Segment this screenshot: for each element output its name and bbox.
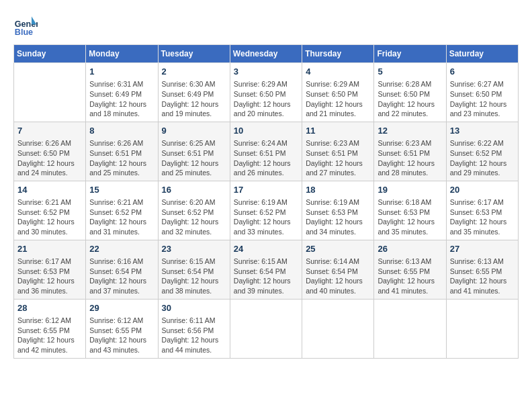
day-number: 3 (234, 66, 298, 78)
day-info: Sunrise: 6:21 AM Sunset: 6:52 PM Dayligh… (89, 197, 154, 237)
day-info: Sunrise: 6:19 AM Sunset: 6:53 PM Dayligh… (306, 197, 370, 237)
calendar-cell (374, 299, 446, 358)
week-row-2: 7Sunrise: 6:26 AM Sunset: 6:50 PM Daylig… (14, 122, 519, 181)
day-number: 26 (378, 243, 442, 255)
day-number: 21 (17, 243, 82, 255)
day-number: 20 (450, 184, 515, 196)
day-info: Sunrise: 6:15 AM Sunset: 6:54 PM Dayligh… (162, 257, 226, 296)
day-info: Sunrise: 6:12 AM Sunset: 6:55 PM Dayligh… (17, 316, 82, 355)
calendar-cell: 7Sunrise: 6:26 AM Sunset: 6:50 PM Daylig… (14, 122, 86, 181)
calendar-cell: 24Sunrise: 6:15 AM Sunset: 6:54 PM Dayli… (230, 240, 302, 299)
calendar-cell: 1Sunrise: 6:31 AM Sunset: 6:49 PM Daylig… (86, 63, 158, 122)
header-tuesday: Tuesday (158, 45, 230, 63)
day-number: 23 (162, 243, 226, 255)
calendar-cell: 25Sunrise: 6:14 AM Sunset: 6:54 PM Dayli… (302, 240, 374, 299)
calendar-cell: 29Sunrise: 6:12 AM Sunset: 6:55 PM Dayli… (86, 299, 158, 358)
day-number: 19 (378, 184, 442, 196)
day-info: Sunrise: 6:23 AM Sunset: 6:51 PM Dayligh… (378, 138, 442, 178)
day-info: Sunrise: 6:14 AM Sunset: 6:54 PM Dayligh… (306, 257, 370, 296)
calendar-cell: 21Sunrise: 6:17 AM Sunset: 6:53 PM Dayli… (14, 240, 86, 299)
calendar-cell: 3Sunrise: 6:29 AM Sunset: 6:50 PM Daylig… (230, 63, 302, 122)
day-info: Sunrise: 6:13 AM Sunset: 6:55 PM Dayligh… (378, 257, 442, 296)
calendar-cell (230, 299, 302, 358)
header-thursday: Thursday (302, 45, 374, 63)
header-wednesday: Wednesday (230, 45, 302, 63)
day-number: 2 (162, 66, 226, 78)
day-info: Sunrise: 6:20 AM Sunset: 6:52 PM Dayligh… (162, 197, 226, 237)
day-info: Sunrise: 6:21 AM Sunset: 6:52 PM Dayligh… (17, 197, 82, 237)
day-info: Sunrise: 6:28 AM Sunset: 6:50 PM Dayligh… (378, 79, 442, 119)
week-row-4: 21Sunrise: 6:17 AM Sunset: 6:53 PM Dayli… (14, 240, 519, 299)
day-info: Sunrise: 6:17 AM Sunset: 6:53 PM Dayligh… (450, 197, 515, 237)
day-number: 1 (89, 66, 154, 78)
header-monday: Monday (86, 45, 158, 63)
calendar-cell: 9Sunrise: 6:25 AM Sunset: 6:51 PM Daylig… (158, 122, 230, 181)
day-number: 30 (162, 302, 226, 314)
calendar-cell (14, 63, 86, 122)
header-sunday: Sunday (14, 45, 86, 63)
day-number: 9 (162, 125, 226, 137)
day-info: Sunrise: 6:19 AM Sunset: 6:52 PM Dayligh… (234, 197, 298, 237)
day-info: Sunrise: 6:24 AM Sunset: 6:51 PM Dayligh… (234, 138, 298, 178)
calendar-cell (446, 299, 518, 358)
calendar-cell: 14Sunrise: 6:21 AM Sunset: 6:52 PM Dayli… (14, 181, 86, 240)
calendar-cell: 16Sunrise: 6:20 AM Sunset: 6:52 PM Dayli… (158, 181, 230, 240)
day-number: 24 (234, 243, 298, 255)
calendar-cell: 19Sunrise: 6:18 AM Sunset: 6:53 PM Dayli… (374, 181, 446, 240)
calendar-cell: 22Sunrise: 6:16 AM Sunset: 6:54 PM Dayli… (86, 240, 158, 299)
day-info: Sunrise: 6:27 AM Sunset: 6:50 PM Dayligh… (450, 79, 515, 119)
day-info: Sunrise: 6:29 AM Sunset: 6:50 PM Dayligh… (306, 79, 370, 119)
header-row: SundayMondayTuesdayWednesdayThursdayFrid… (14, 45, 519, 63)
header-friday: Friday (374, 45, 446, 63)
calendar-cell: 6Sunrise: 6:27 AM Sunset: 6:50 PM Daylig… (446, 63, 518, 122)
week-row-3: 14Sunrise: 6:21 AM Sunset: 6:52 PM Dayli… (14, 181, 519, 240)
day-number: 11 (306, 125, 370, 137)
day-info: Sunrise: 6:26 AM Sunset: 6:50 PM Dayligh… (17, 138, 82, 178)
calendar-cell: 20Sunrise: 6:17 AM Sunset: 6:53 PM Dayli… (446, 181, 518, 240)
week-row-5: 28Sunrise: 6:12 AM Sunset: 6:55 PM Dayli… (14, 299, 519, 358)
day-info: Sunrise: 6:12 AM Sunset: 6:55 PM Dayligh… (89, 316, 154, 355)
day-number: 17 (234, 184, 298, 196)
svg-text:Blue: Blue (15, 28, 33, 37)
calendar-cell: 12Sunrise: 6:23 AM Sunset: 6:51 PM Dayli… (374, 122, 446, 181)
day-info: Sunrise: 6:18 AM Sunset: 6:53 PM Dayligh… (378, 197, 442, 237)
day-number: 25 (306, 243, 370, 255)
day-number: 27 (450, 243, 515, 255)
day-info: Sunrise: 6:22 AM Sunset: 6:52 PM Dayligh… (450, 138, 515, 178)
page-header: General Blue (13, 13, 519, 38)
calendar-cell: 28Sunrise: 6:12 AM Sunset: 6:55 PM Dayli… (14, 299, 86, 358)
day-info: Sunrise: 6:29 AM Sunset: 6:50 PM Dayligh… (234, 79, 298, 119)
calendar-cell: 27Sunrise: 6:13 AM Sunset: 6:55 PM Dayli… (446, 240, 518, 299)
day-info: Sunrise: 6:11 AM Sunset: 6:56 PM Dayligh… (162, 316, 226, 355)
day-info: Sunrise: 6:23 AM Sunset: 6:51 PM Dayligh… (306, 138, 370, 178)
day-info: Sunrise: 6:31 AM Sunset: 6:49 PM Dayligh… (89, 79, 154, 119)
day-number: 22 (89, 243, 154, 255)
week-row-1: 1Sunrise: 6:31 AM Sunset: 6:49 PM Daylig… (14, 63, 519, 122)
calendar-cell: 23Sunrise: 6:15 AM Sunset: 6:54 PM Dayli… (158, 240, 230, 299)
calendar-cell: 10Sunrise: 6:24 AM Sunset: 6:51 PM Dayli… (230, 122, 302, 181)
calendar-body: 1Sunrise: 6:31 AM Sunset: 6:49 PM Daylig… (14, 63, 519, 359)
day-number: 10 (234, 125, 298, 137)
calendar-cell: 5Sunrise: 6:28 AM Sunset: 6:50 PM Daylig… (374, 63, 446, 122)
day-number: 18 (306, 184, 370, 196)
day-number: 4 (306, 66, 370, 78)
logo: General Blue (13, 13, 40, 38)
calendar-cell: 30Sunrise: 6:11 AM Sunset: 6:56 PM Dayli… (158, 299, 230, 358)
day-info: Sunrise: 6:13 AM Sunset: 6:55 PM Dayligh… (450, 257, 515, 296)
day-number: 13 (450, 125, 515, 137)
calendar-header: SundayMondayTuesdayWednesdayThursdayFrid… (14, 45, 519, 63)
calendar-table: SundayMondayTuesdayWednesdayThursdayFrid… (13, 44, 519, 359)
day-number: 6 (450, 66, 515, 78)
day-number: 28 (17, 302, 82, 314)
day-number: 14 (17, 184, 82, 196)
header-saturday: Saturday (446, 45, 518, 63)
day-info: Sunrise: 6:17 AM Sunset: 6:53 PM Dayligh… (17, 257, 82, 296)
day-info: Sunrise: 6:26 AM Sunset: 6:51 PM Dayligh… (89, 138, 154, 178)
day-number: 15 (89, 184, 154, 196)
calendar-cell: 26Sunrise: 6:13 AM Sunset: 6:55 PM Dayli… (374, 240, 446, 299)
day-info: Sunrise: 6:25 AM Sunset: 6:51 PM Dayligh… (162, 138, 226, 178)
day-info: Sunrise: 6:15 AM Sunset: 6:54 PM Dayligh… (234, 257, 298, 296)
day-number: 8 (89, 125, 154, 137)
day-number: 16 (162, 184, 226, 196)
calendar-cell: 17Sunrise: 6:19 AM Sunset: 6:52 PM Dayli… (230, 181, 302, 240)
